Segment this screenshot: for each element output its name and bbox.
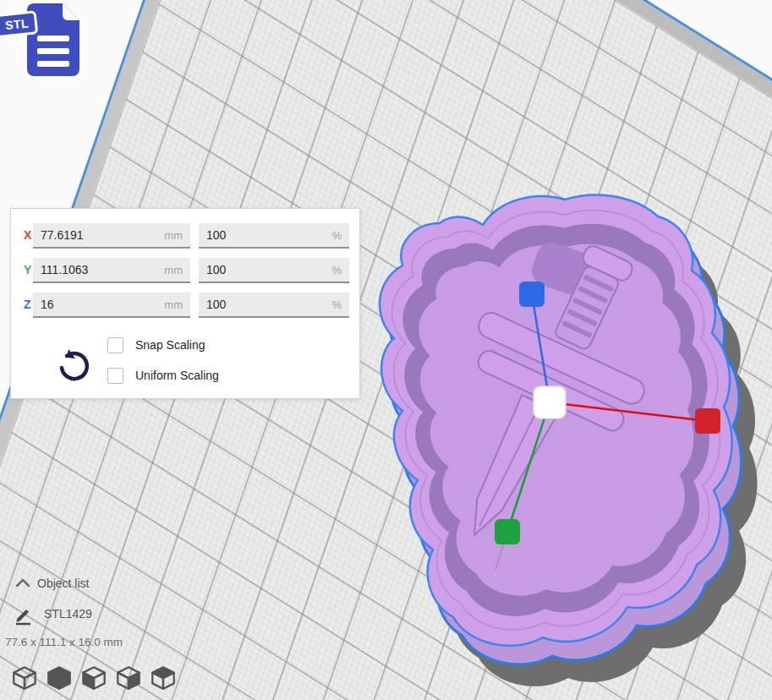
- scale-row-x: X mm %: [11, 223, 359, 249]
- scale-row-y: Y mm %: [11, 258, 359, 283]
- reset-scale-button[interactable]: [55, 347, 92, 385]
- x-size-field: mm: [33, 223, 190, 249]
- y-percent-input[interactable]: [199, 263, 331, 276]
- z-percent-field: %: [199, 293, 349, 318]
- model-cavity-floor: [419, 244, 693, 596]
- x-percent-input[interactable]: [199, 228, 331, 242]
- edit-pencil-icon[interactable]: [14, 605, 34, 626]
- stl-file-icon[interactable]: STL: [0, 0, 85, 85]
- camera-view-toolbar: [12, 665, 176, 691]
- uniform-scaling-row: Uniform Scaling: [107, 366, 219, 385]
- scale-tool-panel: X mm % Y mm % Z mm %: [10, 208, 360, 399]
- view-top-button[interactable]: [151, 665, 176, 691]
- view-right-button[interactable]: [116, 665, 141, 691]
- uniform-scaling-label: Uniform Scaling: [135, 369, 219, 382]
- x-size-unit: mm: [164, 229, 190, 242]
- scale-row-z: Z mm %: [11, 293, 359, 318]
- y-percent-field: %: [199, 258, 349, 283]
- view-left-button[interactable]: [81, 665, 107, 691]
- y-size-field: mm: [33, 258, 190, 283]
- x-size-input[interactable]: [33, 228, 164, 242]
- model-dimensions: 77.6 x 111.1 x 16.0 mm: [5, 636, 123, 648]
- scale-handle-center[interactable]: [534, 386, 566, 418]
- snap-scaling-checkbox[interactable]: [107, 337, 123, 353]
- reset-rotate-icon: [55, 347, 92, 385]
- y-size-unit: mm: [164, 264, 190, 276]
- z-size-field: mm: [33, 293, 190, 318]
- stl-badge: STL: [0, 10, 38, 38]
- z-percent-input[interactable]: [199, 298, 331, 311]
- object-list-header[interactable]: Object list: [37, 577, 89, 590]
- snap-scaling-label: Snap Scaling: [135, 338, 205, 352]
- uniform-scaling-checkbox[interactable]: [107, 368, 123, 384]
- z-size-unit: mm: [164, 298, 190, 311]
- y-size-input[interactable]: [33, 263, 164, 276]
- x-percent-unit: %: [331, 229, 349, 242]
- y-percent-unit: %: [331, 264, 349, 276]
- chevron-up-icon[interactable]: [15, 578, 30, 588]
- view-front-button[interactable]: [47, 665, 72, 691]
- scale-handle-x[interactable]: [695, 408, 720, 434]
- view-right-icon: [116, 665, 141, 691]
- view-left-icon: [81, 665, 107, 691]
- view-top-icon: [151, 665, 176, 691]
- scale-handle-y[interactable]: [495, 519, 520, 544]
- z-size-input[interactable]: [33, 298, 164, 311]
- view-3d-button[interactable]: [12, 665, 37, 691]
- object-list-item[interactable]: STL1429: [44, 607, 92, 621]
- view-3d-icon: [12, 665, 37, 691]
- x-percent-field: %: [199, 223, 349, 249]
- view-front-icon: [47, 665, 72, 691]
- z-percent-unit: %: [331, 298, 349, 311]
- snap-scaling-row: Snap Scaling: [107, 336, 205, 354]
- scale-handle-z[interactable]: [519, 282, 545, 307]
